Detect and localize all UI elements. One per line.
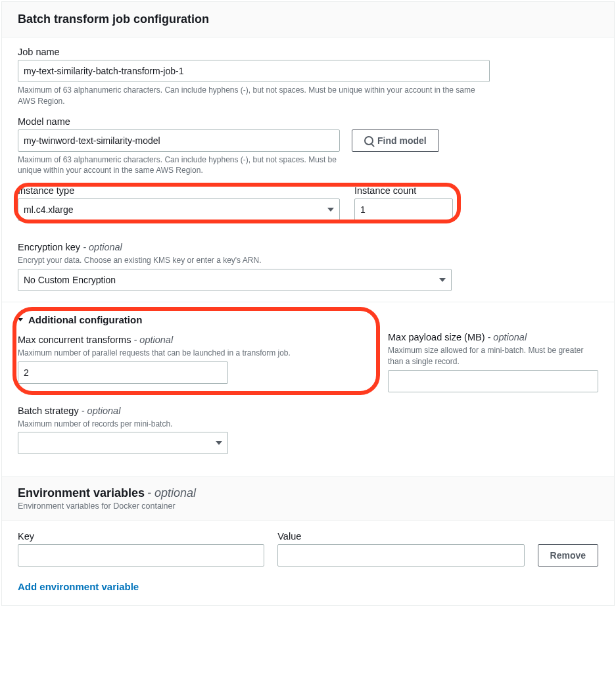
model-name-input[interactable] — [18, 129, 340, 152]
encryption-helper: Encrypt your data. Choose an existing KM… — [18, 255, 598, 266]
encryption-group: Encryption key - optional Encrypt your d… — [18, 242, 598, 291]
instance-type-label: Instance type — [18, 185, 340, 196]
instance-type-value: ml.c4.xlarge — [24, 204, 73, 215]
model-name-label: Model name — [18, 116, 598, 127]
max-payload-input[interactable] — [388, 370, 598, 392]
batch-strategy-select[interactable] — [18, 432, 228, 454]
env-vars-title: Environment variables — [18, 486, 145, 499]
max-payload-helper: Maximum size allowed for a mini-batch. M… — [388, 345, 598, 367]
additional-config-title: Additional configuration — [28, 314, 142, 325]
env-value-input[interactable] — [277, 544, 524, 567]
env-vars-header: Environment variables - optional Environ… — [2, 476, 614, 521]
batch-strategy-label: Batch strategy - optional — [18, 406, 598, 416]
env-key-label: Key — [18, 531, 264, 542]
batch-strategy-group: Batch strategy - optional Maximum number… — [18, 406, 598, 455]
remove-env-button[interactable]: Remove — [538, 544, 598, 567]
job-name-input[interactable] — [18, 60, 490, 82]
job-name-helper: Maximum of 63 alphanumeric characters. C… — [18, 85, 490, 107]
chevron-down-icon — [18, 318, 23, 321]
job-name-label: Job name — [18, 47, 598, 57]
chevron-down-icon — [216, 441, 222, 445]
find-model-label: Find model — [377, 135, 427, 146]
max-concurrent-helper: Maximum number of parallel requests that… — [18, 348, 371, 359]
instance-row: Instance type ml.c4.xlarge Instance coun… — [18, 185, 457, 221]
env-key-group: Key — [18, 531, 264, 567]
max-concurrent-label: Max concurrent transforms - optional — [18, 335, 371, 345]
max-payload-label: Max payload size (MB) - optional — [388, 332, 598, 342]
batch-strategy-helper: Maximum number of records per mini-batch… — [18, 419, 598, 430]
panel-title: Batch transform job configuration — [18, 12, 598, 26]
model-name-group: Model name Find model Maximum of 63 alph… — [18, 116, 598, 177]
env-var-row: Key Value Remove — [18, 531, 598, 567]
divider — [2, 302, 614, 302]
instance-type-select[interactable]: ml.c4.xlarge — [18, 198, 340, 221]
env-remove-wrap: Remove — [538, 544, 598, 567]
job-name-group: Job name Maximum of 63 alphanumeric char… — [18, 47, 598, 107]
env-vars-sub: Environment variables for Docker contain… — [18, 501, 598, 511]
instance-type-group: Instance type ml.c4.xlarge — [18, 185, 340, 221]
max-concurrent-input[interactable] — [18, 361, 228, 384]
env-value-group: Value — [277, 531, 524, 567]
chevron-down-icon — [327, 208, 334, 212]
env-key-input[interactable] — [18, 544, 264, 567]
encryption-select[interactable]: No Custom Encryption — [18, 269, 452, 291]
env-value-label: Value — [277, 531, 524, 542]
instance-count-group: Instance count — [354, 185, 453, 221]
add-env-var-link[interactable]: Add environment variable — [18, 581, 139, 592]
panel-body: Job name Maximum of 63 alphanumeric char… — [2, 37, 614, 605]
panel-header: Batch transform job configuration — [2, 2, 614, 37]
encryption-label: Encryption key - optional — [18, 242, 598, 252]
batch-transform-panel: Batch transform job configuration Job na… — [1, 1, 615, 606]
max-concurrent-group: Max concurrent transforms - optional Max… — [18, 332, 373, 392]
chevron-down-icon — [439, 278, 446, 282]
encryption-value: No Custom Encryption — [24, 275, 116, 285]
max-payload-group: Max payload size (MB) - optional Maximum… — [388, 332, 598, 392]
find-model-button[interactable]: Find model — [352, 129, 439, 152]
instance-count-input[interactable] — [354, 198, 453, 221]
search-icon — [364, 136, 373, 145]
instance-count-label: Instance count — [354, 185, 453, 196]
additional-config-expander[interactable]: Additional configuration — [18, 314, 142, 325]
model-name-helper: Maximum of 63 alphanumeric characters. C… — [18, 154, 340, 177]
additional-row: Max concurrent transforms - optional Max… — [18, 332, 598, 392]
